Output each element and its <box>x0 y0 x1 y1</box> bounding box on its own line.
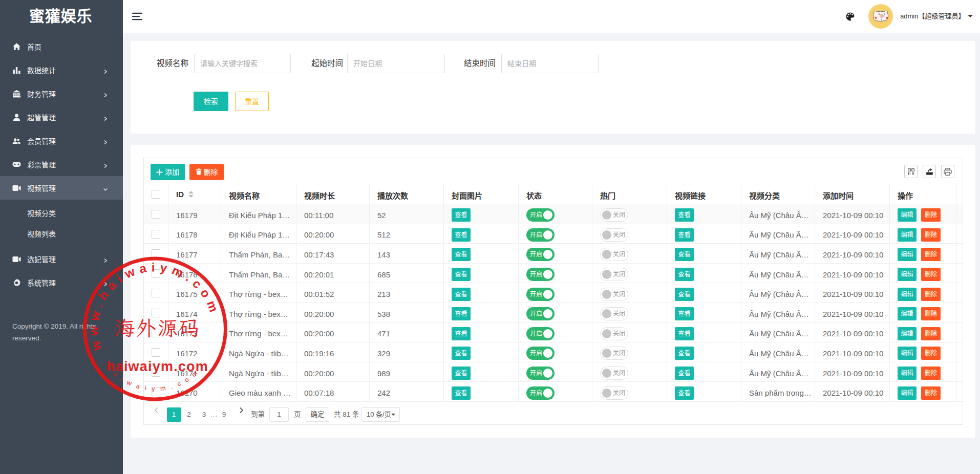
svg-text:海外源码: 海外源码 <box>115 314 201 341</box>
svg-text:haiwaiym.com: haiwaiym.com <box>106 359 208 374</box>
